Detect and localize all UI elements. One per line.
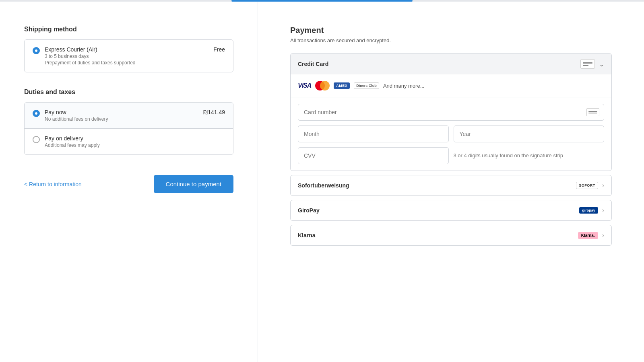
- giropay-section[interactable]: GiroPay giropay ›: [290, 200, 612, 221]
- and-more-text: And many more...: [383, 83, 425, 89]
- mastercard-logo: [315, 81, 330, 90]
- shipping-option-line2: Prepayment of duties and taxes supported: [45, 60, 135, 66]
- card-number-input[interactable]: [298, 104, 604, 121]
- duties-radio-pay-now[interactable]: [33, 110, 40, 117]
- duties-pay-now-sub: No additional fees on delivery: [45, 116, 108, 122]
- card-icon: [580, 59, 595, 69]
- duties-option-pay-delivery[interactable]: Pay on delivery Additional fees may appl…: [25, 129, 233, 154]
- sofort-name: Sofortuberweisung: [298, 182, 349, 189]
- shipping-section-title: Shipping method: [24, 26, 233, 33]
- credit-card-title: Credit Card: [298, 61, 328, 67]
- month-input[interactable]: [298, 125, 449, 142]
- duties-box: Pay now No additional fees on delivery ₪…: [24, 102, 233, 155]
- shipping-option-price: Free: [213, 46, 225, 53]
- payment-title: Payment: [290, 26, 612, 35]
- credit-card-header-right: ⌄: [580, 59, 604, 69]
- card-number-icon: [586, 108, 599, 116]
- shipping-option[interactable]: Express Courier (Air) 3 to 5 business da…: [33, 46, 225, 66]
- duties-section-title: Duties and taxes: [24, 88, 233, 96]
- sofort-badge: SOFORT: [576, 182, 598, 189]
- cvv-input[interactable]: [298, 147, 449, 164]
- klarna-row[interactable]: Klarna Klarna. ›: [291, 225, 611, 245]
- amex-logo: AMEX: [334, 82, 350, 89]
- duties-radio-pay-delivery[interactable]: [33, 136, 40, 143]
- cvv-hint: 3 or 4 digits usually found on the signa…: [454, 147, 605, 164]
- card-number-row: [298, 104, 604, 121]
- giropay-row[interactable]: GiroPay giropay ›: [291, 200, 611, 220]
- klarna-badge: Klarna.: [578, 232, 598, 239]
- card-icon-line1: [583, 62, 592, 64]
- diners-logo: Diners Club: [354, 82, 379, 89]
- shipping-option-line1: 3 to 5 business days: [45, 53, 135, 59]
- cvv-input-wrap: [298, 147, 449, 164]
- duties-pay-now-name: Pay now: [45, 109, 108, 115]
- giropay-right: giropay ›: [579, 207, 604, 214]
- visa-logo: VISA: [298, 82, 311, 89]
- card-number-wrap: [298, 104, 604, 121]
- klarna-name: Klarna: [298, 232, 316, 239]
- duties-pay-delivery-sub: Additional fees may apply: [45, 142, 100, 148]
- sofort-right: SOFORT ›: [576, 182, 604, 189]
- credit-card-section: Credit Card ⌄ VISA AMEX Diners Club: [290, 53, 612, 171]
- klarna-right: Klarna. ›: [578, 232, 604, 239]
- duties-pay-delivery-name: Pay on delivery: [45, 135, 100, 142]
- credit-card-header[interactable]: Credit Card ⌄: [291, 53, 611, 74]
- payment-subtitle: All transactions are secured and encrypt…: [290, 37, 612, 43]
- year-input[interactable]: [454, 125, 605, 142]
- chevron-down-icon: ⌄: [599, 60, 604, 68]
- card-logos-area: VISA AMEX Diners Club And many more...: [291, 74, 611, 97]
- giropay-name: GiroPay: [298, 207, 320, 214]
- mc-circle-orange: [320, 81, 330, 90]
- giropay-chevron-right-icon: ›: [602, 207, 604, 214]
- sofort-section[interactable]: Sofortuberweisung SOFORT ›: [290, 175, 612, 196]
- duties-pay-now-price: ₪141.49: [203, 109, 225, 115]
- duties-option-pay-now[interactable]: Pay now No additional fees on delivery ₪…: [25, 103, 233, 129]
- card-form: 3 or 4 digits usually found on the signa…: [291, 97, 611, 171]
- card-num-line2: [588, 113, 597, 113]
- sofort-row[interactable]: Sofortuberweisung SOFORT ›: [291, 175, 611, 195]
- shipping-box: Express Courier (Air) 3 to 5 business da…: [24, 39, 233, 72]
- return-to-information-link[interactable]: Return to information: [24, 181, 82, 187]
- continue-to-payment-button[interactable]: Continue to payment: [154, 175, 233, 193]
- klarna-section[interactable]: Klarna Klarna. ›: [290, 225, 612, 246]
- shipping-radio-selected[interactable]: [33, 47, 40, 54]
- cvv-row: 3 or 4 digits usually found on the signa…: [298, 147, 604, 164]
- sofort-chevron-right-icon: ›: [602, 182, 604, 189]
- card-icon-line2: [583, 65, 588, 66]
- expiry-row: [298, 125, 604, 142]
- card-num-line1: [588, 111, 597, 112]
- giropay-badge: giropay: [579, 207, 598, 214]
- actions-row: Return to information Continue to paymen…: [24, 175, 233, 193]
- klarna-chevron-right-icon: ›: [602, 232, 604, 239]
- shipping-option-name: Express Courier (Air): [45, 46, 135, 53]
